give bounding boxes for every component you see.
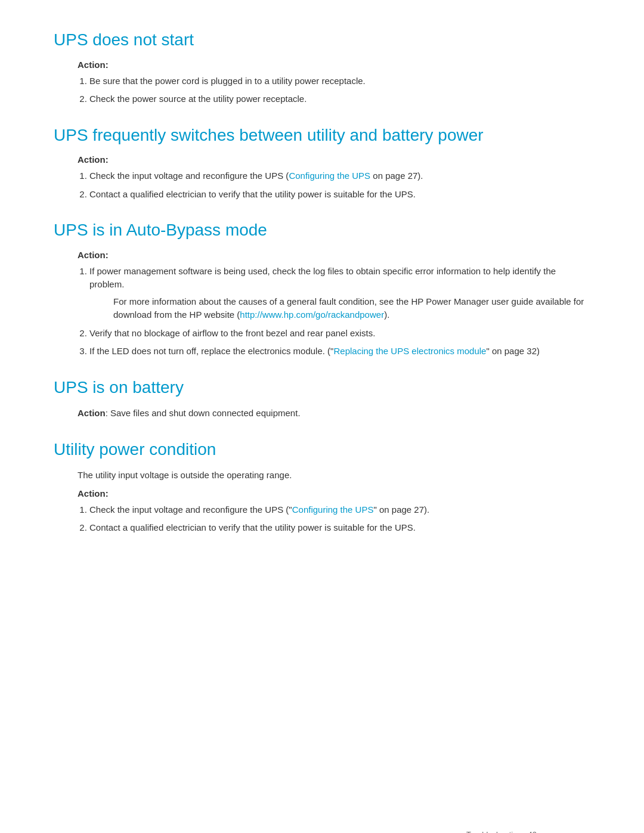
section-ups-auto-bypass: UPS is in Auto-Bypass mode Action: If po… [54, 220, 590, 358]
list-item: Be sure that the power cord is plugged i… [89, 75, 590, 88]
section-title-utility-power-condition: Utility power condition [54, 439, 590, 460]
section-ups-frequently-switches: UPS frequently switches between utility … [54, 125, 590, 202]
list-item: Contact a qualified electrician to verif… [89, 521, 590, 535]
section-utility-power-condition: Utility power condition The utility inpu… [54, 439, 590, 535]
section-ups-does-not-start: UPS does not start Action: Be sure that … [54, 30, 590, 106]
section-title-ups-on-battery: UPS is on battery [54, 377, 590, 398]
configuring-ups-link-1[interactable]: Configuring the UPS [289, 171, 370, 181]
list-item: Check the input voltage and reconfigure … [89, 169, 590, 183]
list-item: If the LED does not turn off, replace th… [89, 345, 590, 358]
action-label-3: Action: [78, 250, 590, 260]
list-item: Check the power source at the utility po… [89, 92, 590, 106]
action-label-2: Action: [78, 154, 590, 165]
list-item: Verify that no blockage of airflow to th… [89, 327, 590, 340]
list-item: If power management software is being us… [89, 265, 590, 322]
action-list-1: Be sure that the power cord is plugged i… [89, 75, 590, 106]
section-ups-on-battery: UPS is on battery Action: Save files and… [54, 377, 590, 420]
hp-rackandpower-link[interactable]: http://www.hp.com/go/rackandpower [240, 309, 384, 320]
section-title-ups-auto-bypass: UPS is in Auto-Bypass mode [54, 220, 590, 240]
action-list-5: Check the input voltage and reconfigure … [89, 503, 590, 535]
replacing-electronics-module-link[interactable]: Replacing the UPS electronics module [333, 346, 486, 356]
sub-paragraph: For more information about the causes of… [113, 295, 590, 322]
footer-text: Troubleshooting [466, 830, 522, 833]
action-label-1: Action: [78, 60, 590, 70]
action-label-5: Action: [78, 488, 590, 498]
section-title-ups-frequently-switches: UPS frequently switches between utility … [54, 125, 590, 145]
list-item: Check the input voltage and reconfigure … [89, 503, 590, 517]
inline-action-4: Action: Save files and shut down connect… [78, 407, 590, 420]
list-item: Contact a qualified electrician to verif… [89, 188, 590, 202]
page-wrapper: UPS does not start Action: Be sure that … [54, 30, 590, 833]
action-list-2: Check the input voltage and reconfigure … [89, 169, 590, 201]
section-title-ups-does-not-start: UPS does not start [54, 30, 590, 50]
action-list-3: If power management software is being us… [89, 265, 590, 358]
footer-page: 42 [528, 830, 537, 833]
page-footer: Troubleshooting 42 [466, 830, 537, 833]
section-description-5: The utility input voltage is outside the… [78, 469, 590, 482]
configuring-ups-link-2[interactable]: Configuring the UPS [292, 504, 374, 515]
